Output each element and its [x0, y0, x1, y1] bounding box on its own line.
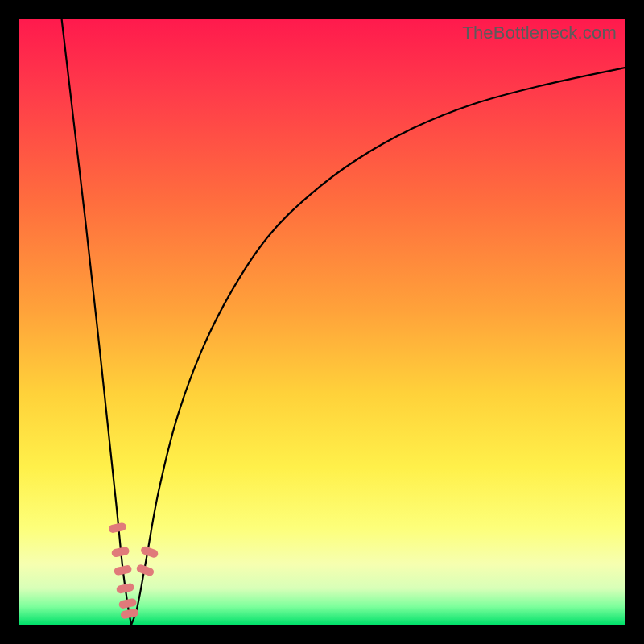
chart-frame: TheBottleneck.com [0, 0, 644, 644]
curve-right-branch [131, 68, 625, 625]
data-marker [114, 564, 133, 576]
curve-layer [19, 19, 625, 625]
data-marker [118, 598, 138, 609]
plot-area: TheBottleneck.com [19, 19, 625, 625]
data-marker [120, 608, 139, 619]
curve-left-branch [62, 19, 131, 625]
data-marker [116, 583, 135, 594]
marker-group [108, 522, 159, 620]
data-marker [108, 522, 127, 534]
data-marker [111, 547, 130, 558]
data-marker [140, 545, 159, 559]
